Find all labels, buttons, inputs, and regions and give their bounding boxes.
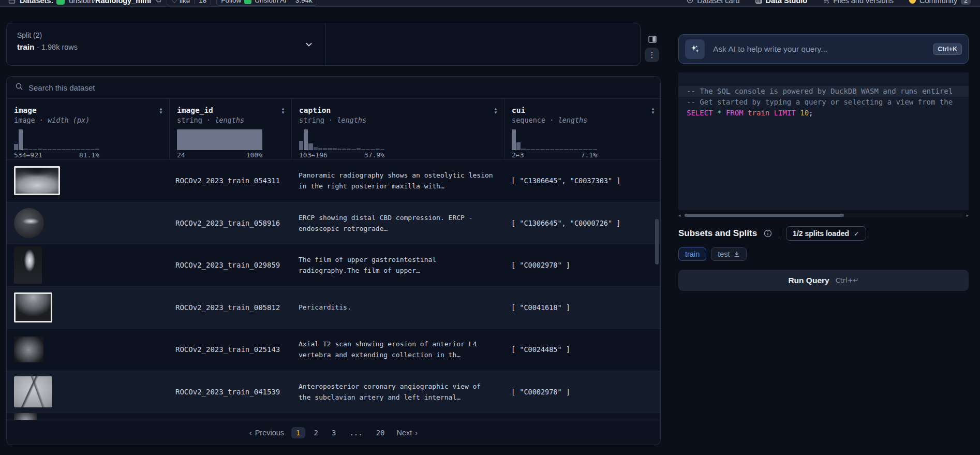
caption-cell[interactable]: Panoramic radiography shows an osteolyti… bbox=[291, 160, 504, 202]
image-id-cell[interactable]: ROCOv2_2023_train_041539 bbox=[169, 371, 291, 413]
column-type: image · width (px) bbox=[14, 116, 162, 124]
page-button-2[interactable]: 2 bbox=[309, 427, 323, 438]
split-chips-row: traintest bbox=[678, 247, 969, 261]
cui-cell[interactable]: [ "C0024485" ] bbox=[504, 329, 660, 371]
tab-data-studio[interactable]: Data Studio bbox=[754, 0, 809, 7]
unsloth-logo bbox=[56, 0, 65, 5]
row-image-thumbnail[interactable] bbox=[14, 336, 43, 362]
page-button-3[interactable]: 3 bbox=[327, 427, 340, 438]
table-row[interactable]: ROCOv2_2023_train_029859The film of uppe… bbox=[7, 244, 660, 287]
follower-count[interactable]: 3.94k bbox=[291, 0, 317, 4]
tab-community[interactable]: Community2 bbox=[908, 0, 972, 7]
unsloth-ai-logo bbox=[244, 0, 251, 4]
tab-files-and-versions[interactable]: Files and versions bbox=[822, 0, 895, 7]
histogram-bar bbox=[536, 149, 540, 150]
cui-cell[interactable] bbox=[504, 413, 660, 420]
like-button[interactable]: ♡ like 18 bbox=[167, 0, 211, 6]
scroll-left-arrow-icon[interactable]: ◂ bbox=[678, 213, 681, 218]
column-histogram[interactable] bbox=[512, 129, 597, 150]
sql-token: LIMIT bbox=[774, 109, 796, 117]
row-image-thumbnail[interactable] bbox=[14, 246, 42, 284]
table-row[interactable]: ROCOv2_2023_train_041539Anteroposterior … bbox=[7, 371, 660, 414]
previous-page-button[interactable]: ‹ Previous bbox=[249, 429, 284, 437]
editor-horizontal-scrollbar[interactable]: ◂ ▸ bbox=[678, 213, 969, 218]
splits-loaded-dropdown[interactable]: 1/2 splits loaded ✓ bbox=[786, 226, 866, 241]
cui-cell[interactable]: [ "C0041618" ] bbox=[504, 287, 660, 329]
table-row[interactable]: ROCOv2_2023_train_058916ERCP showing dis… bbox=[7, 202, 660, 245]
sort-icon[interactable]: ▲▼ bbox=[281, 107, 285, 114]
cui-cell[interactable]: [ "C1306645", "C0037303" ] bbox=[504, 160, 660, 202]
histogram-bar bbox=[85, 149, 90, 150]
scrollbar-thumb[interactable] bbox=[685, 214, 844, 217]
image-id-cell[interactable]: ROCOv2_2023_train_029859 bbox=[169, 244, 291, 286]
caption-cell[interactable]: Axial T2 scan showing erosion of anterio… bbox=[291, 329, 504, 371]
info-icon[interactable] bbox=[764, 229, 772, 238]
search-input[interactable] bbox=[28, 83, 287, 92]
page-button-20[interactable]: 20 bbox=[372, 427, 390, 438]
column-histogram[interactable] bbox=[299, 129, 384, 150]
table-row[interactable]: ROCOv2_2023_train_025143Axial T2 scan sh… bbox=[7, 329, 660, 371]
split-selector[interactable]: Split (2) train · 1.98k rows bbox=[7, 23, 325, 65]
scroll-right-arrow-icon[interactable]: ▸ bbox=[966, 213, 969, 218]
image-id-cell[interactable]: ROCOv2_2023_train_054311 bbox=[169, 160, 291, 202]
histogram-bar bbox=[333, 148, 337, 150]
split-chip-train[interactable]: train bbox=[678, 247, 706, 261]
page-button-1[interactable]: 1 bbox=[291, 427, 305, 438]
histogram-bar bbox=[550, 149, 554, 150]
row-image-thumbnail[interactable] bbox=[14, 413, 37, 420]
row-image-thumbnail[interactable] bbox=[14, 208, 44, 238]
kebab-menu-button[interactable]: ⋮ bbox=[645, 48, 659, 62]
histogram-bar bbox=[57, 149, 61, 150]
run-query-button[interactable]: Run Query Ctrl+↵ bbox=[678, 270, 969, 291]
datasets-label[interactable]: Datasets: bbox=[20, 0, 53, 5]
image-cell bbox=[7, 287, 169, 329]
cui-cell[interactable]: [ "C0002978" ] bbox=[504, 371, 660, 413]
split-chip-test[interactable]: test bbox=[711, 247, 746, 261]
image-id-cell[interactable]: ROCOv2_2023_train_025143 bbox=[169, 329, 291, 371]
table-row[interactable] bbox=[7, 413, 660, 420]
sort-icon[interactable]: ▲▼ bbox=[651, 107, 655, 114]
page-button-...[interactable]: ... bbox=[345, 427, 367, 438]
chevron-down-icon[interactable] bbox=[304, 40, 314, 51]
table-row[interactable]: ROCOv2_2023_train_054311Panoramic radiog… bbox=[7, 160, 660, 202]
histogram-bar bbox=[564, 149, 568, 150]
histogram-bar bbox=[370, 149, 375, 150]
follow-button[interactable]: Follow Unsloth AI 3.94k bbox=[216, 0, 317, 6]
column-name: caption bbox=[299, 106, 497, 114]
like-count[interactable]: 18 bbox=[194, 0, 211, 4]
caption-cell[interactable]: ERCP showing distal CBD compression. ERC… bbox=[291, 202, 504, 244]
split-label: Split (2) bbox=[17, 31, 315, 39]
histogram-bar bbox=[559, 149, 563, 150]
image-id-cell[interactable]: ROCOv2_2023_train_005812 bbox=[169, 287, 291, 329]
caption-cell[interactable]: Anteroposterior coronary angiographic vi… bbox=[291, 371, 504, 413]
stat-range: 2↔3 bbox=[512, 151, 524, 159]
next-page-button[interactable]: Next › bbox=[397, 429, 418, 437]
column-histogram[interactable] bbox=[177, 129, 262, 150]
caption-cell[interactable] bbox=[291, 413, 504, 420]
row-image-thumbnail[interactable] bbox=[14, 166, 60, 195]
column-histogram[interactable] bbox=[14, 129, 99, 150]
image-id-cell[interactable] bbox=[169, 413, 291, 420]
column-visibility-button[interactable] bbox=[646, 33, 659, 46]
repo-name[interactable]: Radiology_mini bbox=[95, 0, 151, 5]
sort-icon[interactable]: ▲▼ bbox=[494, 107, 498, 114]
cui-cell[interactable]: [ "C0002978" ] bbox=[504, 244, 660, 286]
sql-editor[interactable]: -- The SQL console is powered by DuckDB … bbox=[678, 72, 969, 210]
ask-ai-bar[interactable]: Ctrl+K bbox=[678, 34, 969, 64]
caption-cell[interactable]: The film of upper gastrointestinal radio… bbox=[291, 244, 504, 286]
files-icon bbox=[823, 0, 829, 4]
row-image-thumbnail[interactable] bbox=[14, 292, 52, 322]
sort-icon[interactable]: ▲▼ bbox=[159, 107, 163, 114]
table-scrollbar[interactable] bbox=[655, 163, 659, 417]
copy-icon[interactable] bbox=[155, 0, 161, 4]
tab-dataset-card[interactable]: Dataset card bbox=[686, 0, 740, 7]
image-id-cell[interactable]: ROCOv2_2023_train_058916 bbox=[169, 202, 291, 244]
cui-cell[interactable]: [ "C1306645", "C0000726" ] bbox=[504, 202, 660, 244]
row-image-thumbnail[interactable] bbox=[14, 376, 52, 407]
ask-ai-input[interactable] bbox=[713, 45, 925, 54]
org-name[interactable]: unsloth bbox=[69, 0, 93, 5]
histogram-stats: 24100% bbox=[177, 151, 262, 159]
caption-cell[interactable]: Pericarditis. bbox=[291, 287, 504, 329]
histogram-bar bbox=[76, 149, 80, 150]
table-row[interactable]: ROCOv2_2023_train_005812Pericarditis.[ "… bbox=[7, 287, 660, 329]
